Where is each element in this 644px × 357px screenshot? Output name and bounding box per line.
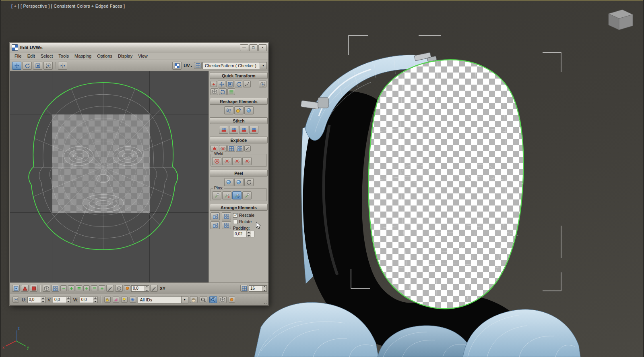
- menu-mapping[interactable]: Mapping: [72, 53, 94, 59]
- rollout-header[interactable]: Explode: [210, 137, 268, 143]
- weld-selected-button[interactable]: [212, 157, 221, 165]
- u-spinner[interactable]: 0,0: [27, 297, 45, 303]
- paint-select-button[interactable]: [106, 285, 114, 292]
- explode-button[interactable]: [211, 145, 218, 152]
- explode-options-button[interactable]: [244, 145, 251, 152]
- filter-faces-button[interactable]: [113, 297, 119, 303]
- minimize-button[interactable]: —: [240, 44, 248, 51]
- unpin-all-button[interactable]: [242, 191, 252, 199]
- pack-normalize-button[interactable]: [211, 212, 220, 220]
- linear-align-button[interactable]: [243, 81, 251, 87]
- absolute-mode-button[interactable]: [12, 297, 19, 303]
- reset-peel-button[interactable]: [244, 178, 254, 186]
- add-transform-button[interactable]: +: [211, 81, 217, 87]
- weld-all-button[interactable]: [222, 157, 231, 165]
- select-element-button[interactable]: [43, 285, 50, 292]
- w-spinner[interactable]: 0,0: [80, 297, 98, 303]
- stitch-average-button[interactable]: [229, 126, 238, 134]
- material-id-dropdown[interactable]: All IDs ▾: [138, 296, 188, 303]
- align-to-edge-button[interactable]: [259, 81, 266, 87]
- show-map-button[interactable]: [172, 62, 182, 70]
- relax-until-flat-button[interactable]: [234, 106, 244, 114]
- falloff-spinner[interactable]: 0,0: [131, 285, 149, 292]
- soft-selection-button[interactable]: [115, 285, 123, 292]
- freeze-button[interactable]: [130, 297, 136, 303]
- ids-dropdown-arrow-icon[interactable]: ▾: [181, 297, 188, 303]
- stitch-custom-button[interactable]: [219, 126, 228, 134]
- rollout-header[interactable]: Stitch: [210, 117, 268, 124]
- view-cube[interactable]: [609, 10, 633, 30]
- zoom-extents-button[interactable]: [219, 296, 227, 303]
- padding-spinner[interactable]: 0,02: [233, 231, 254, 237]
- sync-selection-button[interactable]: [52, 285, 59, 292]
- stitch-target-button[interactable]: [239, 126, 248, 134]
- rollout-header[interactable]: Arrange Elements: [210, 204, 268, 211]
- v-spinner[interactable]: 0,0: [53, 297, 71, 303]
- pin-moved-vertices-button[interactable]: [232, 191, 242, 199]
- edge-mode-button[interactable]: [21, 285, 29, 292]
- menu-options[interactable]: Options: [94, 53, 115, 59]
- rollout-header[interactable]: Quick Transform: [210, 72, 268, 79]
- flatten-by-smoothing-button[interactable]: [236, 145, 244, 152]
- pack-together-button[interactable]: [222, 212, 231, 220]
- target-weld-button[interactable]: [232, 157, 242, 165]
- move-tool-button[interactable]: [12, 62, 21, 70]
- uv-editor-canvas[interactable]: [10, 71, 209, 282]
- grid-snap-button[interactable]: [240, 285, 248, 292]
- rotate-checkbox[interactable]: [233, 220, 237, 224]
- menu-edit[interactable]: Edit: [25, 53, 38, 59]
- texture-dropdown[interactable]: CheckerPattern ( Checker ) ▾: [202, 62, 267, 69]
- peel-mode-button[interactable]: [234, 178, 244, 186]
- mirror-tool-button[interactable]: [58, 62, 67, 70]
- rollout-header[interactable]: Peel: [210, 170, 268, 176]
- freeform-tool-button[interactable]: [43, 62, 53, 70]
- grow-loop-button[interactable]: [83, 285, 90, 291]
- lock-selection-button[interactable]: [104, 297, 111, 303]
- titlebar[interactable]: Edit UVWs — □ ×: [10, 43, 268, 52]
- menu-tools[interactable]: Tools: [56, 53, 72, 59]
- grow-selection-button[interactable]: [68, 285, 74, 291]
- space-horizontal-button[interactable]: [211, 88, 218, 95]
- stitch-source-button[interactable]: [249, 126, 258, 134]
- xy-space-label[interactable]: XY: [160, 286, 165, 291]
- maximize-button[interactable]: □: [249, 44, 258, 51]
- detach-edge-verts-button[interactable]: [227, 145, 235, 152]
- resize-grip[interactable]: [263, 300, 268, 305]
- zoom-region-button[interactable]: [209, 296, 217, 303]
- texture-list-icon[interactable]: [194, 62, 202, 69]
- grow-ring-button[interactable]: [99, 285, 105, 291]
- pin-button[interactable]: [212, 191, 221, 199]
- menu-display[interactable]: Display: [115, 53, 135, 59]
- falloff-space-button[interactable]: [124, 285, 130, 291]
- uv-space-label[interactable]: UV ▾: [182, 63, 193, 68]
- align-vertical-button[interactable]: [226, 81, 234, 87]
- menu-view[interactable]: View: [135, 53, 151, 59]
- scale-tool-button[interactable]: [33, 62, 42, 70]
- viewport-label[interactable]: [ + ] [ Perspective ] [ Consistent Color…: [11, 4, 125, 8]
- unpin-button[interactable]: [222, 191, 231, 199]
- pack-full-button[interactable]: [211, 221, 220, 229]
- menu-select[interactable]: Select: [38, 53, 56, 59]
- break-button[interactable]: [219, 145, 227, 152]
- menu-file[interactable]: File: [12, 53, 25, 59]
- zoom-button[interactable]: [200, 296, 207, 303]
- shrink-selection-button[interactable]: [60, 285, 67, 291]
- align-horizontal-button[interactable]: [218, 81, 225, 87]
- select-ring-button[interactable]: [91, 285, 97, 291]
- rearrange-button[interactable]: [222, 221, 231, 229]
- rotate-cw-90-button[interactable]: [219, 88, 227, 95]
- weld-any-button[interactable]: [242, 157, 252, 165]
- rescale-checkbox[interactable]: ✓: [233, 213, 237, 218]
- rotate-ccw-90-button[interactable]: [235, 81, 242, 87]
- hide-button[interactable]: [121, 297, 128, 303]
- face-mesh[interactable]: [369, 60, 524, 309]
- relax-button[interactable]: [224, 106, 233, 114]
- vertex-mode-button[interactable]: [12, 285, 20, 292]
- face-mode-button[interactable]: [30, 285, 37, 292]
- grid-size-spinner[interactable]: 16: [249, 285, 267, 292]
- space-vertical-button[interactable]: [227, 88, 235, 95]
- quick-peel-button[interactable]: [224, 178, 233, 186]
- snap-toggle-button[interactable]: [229, 297, 235, 303]
- rotate-tool-button[interactable]: [23, 62, 32, 70]
- straighten-selection-button[interactable]: [244, 106, 254, 114]
